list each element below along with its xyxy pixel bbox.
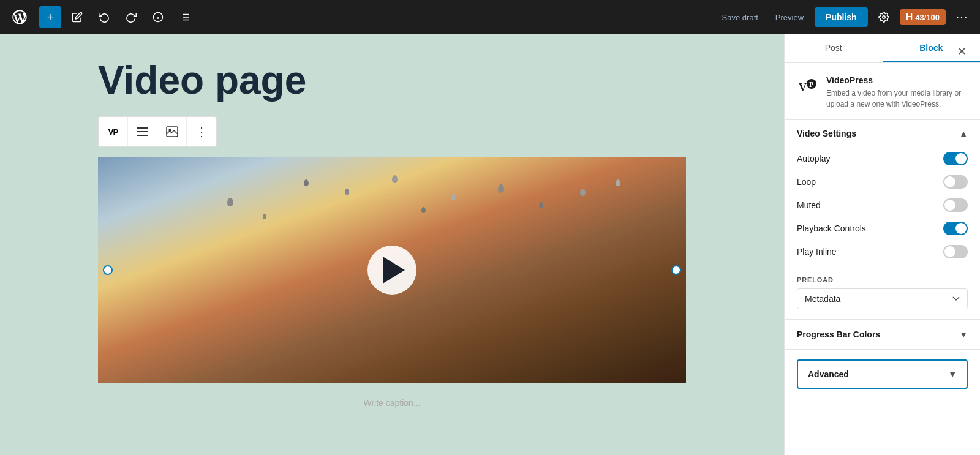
balloon-1 <box>227 198 233 206</box>
topbar: + Save draft Preview Publish <box>0 0 980 34</box>
resize-handle-left[interactable] <box>103 265 113 275</box>
svg-rect-12 <box>137 135 148 136</box>
video-settings-label: Video Settings <box>797 129 856 138</box>
balloon-6 <box>498 184 504 193</box>
video-settings-header[interactable]: Video Settings ▲ <box>785 120 980 147</box>
balloon-10 <box>263 214 266 219</box>
balloon-2 <box>304 179 309 186</box>
more-options-button[interactable]: ⋯ <box>951 7 973 27</box>
post-tab[interactable]: Post <box>785 34 883 62</box>
pencil-icon <box>72 12 83 23</box>
add-block-button[interactable]: + <box>39 6 61 28</box>
editor-area: Video page VP <box>0 34 784 455</box>
preload-select[interactable]: None Metadata Auto <box>797 288 968 309</box>
save-draft-button[interactable]: Save draft <box>716 9 764 26</box>
balloon-8 <box>580 189 586 196</box>
block-description: Embed a video from your media library or… <box>826 88 968 110</box>
info-icon <box>153 12 164 23</box>
hetrics-score: 43/100 <box>915 13 940 22</box>
preload-section: PRELOAD None Metadata Auto <box>785 266 980 320</box>
publish-button[interactable]: Publish <box>815 7 868 27</box>
video-block <box>98 157 686 383</box>
balloon-4 <box>392 175 398 183</box>
svg-text:P: P <box>809 80 813 89</box>
play-inline-label: Play Inline <box>797 247 837 257</box>
playback-controls-row: Playback Controls <box>785 217 980 240</box>
block-toolbar: VP ⋮ <box>98 116 217 147</box>
svg-text:V: V <box>799 81 807 94</box>
block-icon: V P <box>797 75 819 97</box>
resize-handle-right[interactable] <box>671 265 681 275</box>
undo-icon <box>99 12 110 23</box>
topbar-right: Save draft Preview Publish H 43/100 ⋯ <box>716 6 973 28</box>
play-button-overlay[interactable] <box>368 246 417 295</box>
playback-controls-label: Playback Controls <box>797 224 866 233</box>
video-settings-chevron: ▲ <box>959 129 968 138</box>
muted-toggle[interactable] <box>943 198 968 212</box>
advanced-chevron: ▼ <box>948 369 957 379</box>
hetrics-h-icon: H <box>906 12 913 23</box>
progress-bar-colors-header[interactable]: Progress Bar Colors ▼ <box>785 320 980 349</box>
progress-bar-colors-section: Progress Bar Colors ▼ <box>785 320 980 350</box>
video-settings-section: Video Settings ▲ Autoplay Loop Muted Pla… <box>785 120 980 266</box>
advanced-section-wrapper: Advanced ▼ <box>785 350 980 399</box>
balloon-9 <box>616 179 620 186</box>
loop-row: Loop <box>785 170 980 194</box>
preload-label: PRELOAD <box>797 276 968 284</box>
vp-block-type-button[interactable]: VP <box>99 117 128 146</box>
preview-button[interactable]: Preview <box>769 9 810 26</box>
right-panel: Post Block ✕ V P VideoPress Embed a vide… <box>784 34 980 455</box>
align-button[interactable] <box>128 117 157 146</box>
advanced-label: Advanced <box>808 369 849 379</box>
main-layout: Video page VP <box>0 34 980 455</box>
list-icon <box>179 12 190 23</box>
loop-label: Loop <box>797 177 816 187</box>
autoplay-row: Autoplay <box>785 147 980 170</box>
play-inline-toggle[interactable] <box>943 245 968 258</box>
media-button[interactable] <box>157 117 187 146</box>
svg-point-9 <box>882 16 885 19</box>
play-triangle-icon <box>383 257 405 284</box>
svg-rect-11 <box>137 131 148 132</box>
undo-button[interactable] <box>93 6 115 28</box>
page-title[interactable]: Video page <box>98 59 686 102</box>
playback-controls-toggle[interactable] <box>943 222 968 235</box>
balloon-11 <box>421 207 426 213</box>
loop-toggle[interactable] <box>943 175 968 189</box>
wp-logo <box>7 5 32 29</box>
list-view-button[interactable] <box>174 6 196 28</box>
video-caption[interactable]: Write caption... <box>98 393 686 408</box>
muted-label: Muted <box>797 200 821 210</box>
panel-close-button[interactable]: ✕ <box>951 40 973 62</box>
gear-icon <box>878 12 889 23</box>
muted-row: Muted <box>785 194 980 217</box>
advanced-header[interactable]: Advanced ▼ <box>798 361 967 388</box>
redo-icon <box>126 12 137 23</box>
more-block-options-button[interactable]: ⋮ <box>187 117 216 146</box>
progress-bar-colors-chevron: ▼ <box>959 329 968 339</box>
edit-mode-button[interactable] <box>66 6 88 28</box>
advanced-section: Advanced ▼ <box>797 359 968 389</box>
image-icon <box>166 126 178 137</box>
block-name: VideoPress <box>826 75 968 85</box>
hetrics-badge[interactable]: H 43/100 <box>900 9 946 25</box>
wordpress-icon <box>11 9 28 26</box>
block-info-text: VideoPress Embed a video from your media… <box>826 75 968 110</box>
autoplay-toggle[interactable] <box>943 152 968 165</box>
settings-button[interactable] <box>873 6 895 28</box>
progress-bar-colors-label: Progress Bar Colors <box>797 329 880 339</box>
info-button[interactable] <box>147 6 169 28</box>
video-placeholder <box>98 157 686 383</box>
block-info: V P VideoPress Embed a video from your m… <box>785 63 980 120</box>
svg-rect-10 <box>137 127 148 129</box>
play-inline-row: Play Inline <box>785 240 980 266</box>
redo-button[interactable] <box>120 6 142 28</box>
videopress-icon: V P <box>797 75 819 97</box>
align-icon <box>137 127 148 136</box>
editor-content: Video page VP <box>98 59 686 408</box>
panel-tabs: Post Block ✕ <box>785 34 980 63</box>
autoplay-label: Autoplay <box>797 154 830 164</box>
balloon-5 <box>451 194 456 200</box>
